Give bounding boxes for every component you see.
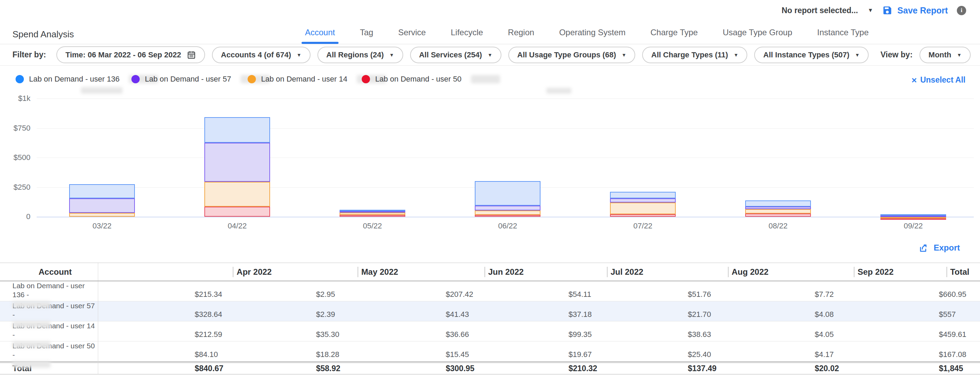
legend-label: Lab on Demand - user 57: [145, 75, 231, 84]
gridline: [37, 98, 974, 99]
tab-tag[interactable]: Tag: [359, 21, 375, 44]
bar-segment-lab-on-demand-user-50[interactable]: [340, 215, 405, 217]
bar-segment-lab-on-demand-user-136[interactable]: [610, 192, 676, 198]
filter-pill-label: All Usage Type Groups (68): [517, 51, 616, 59]
bar-segment-lab-on-demand-user-136[interactable]: [745, 200, 811, 207]
filter-pill-time-06-mar-2022-06-sep-2022[interactable]: Time: 06 Mar 2022 - 06 Sep 2022: [56, 46, 205, 63]
chevron-down-icon: ▼: [488, 52, 492, 57]
bar-segment-lab-on-demand-user-136[interactable]: [475, 181, 541, 206]
calendar-icon: [187, 50, 196, 59]
bar-segment-lab-on-demand-user-50[interactable]: [610, 214, 676, 217]
column-header-apr-2022[interactable]: Apr 2022: [192, 263, 313, 281]
x-axis-tick: 08/22: [754, 222, 802, 230]
column-header-may-2022[interactable]: May 2022: [313, 263, 442, 281]
unselect-all-label: Unselect All: [920, 75, 966, 85]
save-report-button[interactable]: Save Report: [882, 5, 948, 16]
filter-pill-accounts-4-of-674[interactable]: Accounts 4 (of 674)▼: [212, 47, 310, 63]
table-row-lab-on-demand-user-14: Lab on Demand - user 14 -$212.59$35.30$3…: [0, 321, 980, 341]
column-header-jun-2022[interactable]: Jun 2022: [442, 263, 565, 281]
tab-lifecycle[interactable]: Lifecycle: [449, 21, 484, 44]
legend-dot: [362, 75, 370, 83]
filter-pill-all-services-254[interactable]: All Services (254)▼: [410, 47, 501, 63]
chevron-down-icon: ▼: [855, 52, 860, 57]
bar-segment-lab-on-demand-user-57[interactable]: [745, 207, 811, 209]
x-axis-tick: 09/22: [889, 222, 937, 230]
tab-account[interactable]: Account: [304, 21, 336, 44]
column-header-jul-2022[interactable]: Jul 2022: [565, 263, 685, 281]
filter-pills: Time: 06 Mar 2022 - 06 Sep 2022Accounts …: [56, 46, 869, 63]
bar-segment-lab-on-demand-user-57[interactable]: [204, 143, 270, 181]
bar-segment-lab-on-demand-user-50[interactable]: [880, 218, 946, 220]
page-title: Spend Analysis: [13, 29, 74, 40]
column-header-sep-2022[interactable]: Sep 2022: [811, 263, 936, 281]
redacted-text: [13, 321, 51, 328]
column-header-aug-2022[interactable]: Aug 2022: [685, 263, 811, 281]
bar-segment-lab-on-demand-user-14[interactable]: [745, 209, 811, 214]
column-header-blank: [98, 263, 192, 281]
bar-08-22[interactable]: [745, 200, 811, 217]
tab-operating-system[interactable]: Operating System: [558, 21, 627, 44]
bar-09-22[interactable]: [880, 214, 946, 217]
redacted-text: [546, 88, 571, 94]
close-icon: ×: [912, 76, 917, 85]
bar-segment-lab-on-demand-user-57[interactable]: [475, 206, 541, 211]
filter-pill-all-regions-24[interactable]: All Regions (24)▼: [317, 47, 403, 63]
x-axis-tick: 03/22: [78, 222, 126, 230]
column-header-label: Apr 2022: [237, 267, 272, 277]
info-icon[interactable]: i: [957, 6, 966, 15]
total-value-cell: $20.02: [811, 363, 936, 374]
export-button[interactable]: Export: [919, 243, 960, 253]
filter-by-label: Filter by:: [13, 50, 46, 59]
save-report-label: Save Report: [897, 6, 948, 16]
tab-usage-type-group[interactable]: Usage Type Group: [721, 21, 794, 44]
gridline: [37, 217, 974, 217]
bar-segment-lab-on-demand-user-57[interactable]: [610, 198, 676, 203]
bar-03-22[interactable]: [69, 184, 135, 217]
column-header-label: Jul 2022: [611, 267, 644, 277]
bar-04-22[interactable]: [204, 117, 270, 217]
bar-segment-lab-on-demand-user-136[interactable]: [204, 117, 270, 143]
bar-segment-lab-on-demand-user-14[interactable]: [340, 213, 405, 215]
filter-bar: Filter by: Time: 06 Mar 2022 - 06 Sep 20…: [0, 44, 980, 66]
bar-07-22[interactable]: [610, 192, 676, 217]
x-axis-tick: 07/22: [619, 222, 667, 230]
column-header-total[interactable]: Total: [936, 263, 980, 281]
bar-segment-lab-on-demand-user-57[interactable]: [69, 198, 135, 213]
spend-table: AccountApr 2022May 2022Jun 2022Jul 2022A…: [0, 263, 980, 374]
header-divider: [484, 267, 485, 277]
bar-segment-lab-on-demand-user-50[interactable]: [204, 207, 270, 217]
filter-pill-all-instance-types-507[interactable]: All Instance Types (507)▼: [754, 47, 869, 63]
bar-segment-lab-on-demand-user-50[interactable]: [475, 215, 541, 217]
view-by-label: View by:: [880, 50, 913, 59]
tab-charge-type[interactable]: Charge Type: [649, 21, 699, 44]
filter-pill-label: All Charge Types (11): [651, 51, 728, 59]
legend-item-lab-on-demand-user-50[interactable]: Lab on Demand - user 50: [362, 75, 500, 84]
unselect-all-button[interactable]: × Unselect All: [912, 75, 966, 85]
tab-region[interactable]: Region: [507, 21, 536, 44]
tab-instance-type[interactable]: Instance Type: [816, 21, 870, 44]
bar-06-22[interactable]: [475, 181, 541, 217]
bar-segment-lab-on-demand-user-14[interactable]: [204, 182, 270, 207]
bar-segment-lab-on-demand-user-50[interactable]: [745, 214, 811, 217]
bar-segment-lab-on-demand-user-136[interactable]: [69, 184, 135, 199]
bar-segment-lab-on-demand-user-14[interactable]: [475, 211, 541, 215]
chevron-down-icon: ▼: [297, 52, 302, 57]
blank-cell: [98, 363, 192, 374]
filter-pill-all-usage-type-groups-68[interactable]: All Usage Type Groups (68)▼: [508, 47, 636, 63]
bar-05-22[interactable]: [340, 210, 405, 217]
chevron-down-icon: ▼: [957, 52, 962, 57]
report-selector-dropdown[interactable]: No report selected... ▼: [781, 6, 873, 15]
legend-label: Lab on Demand - user 14: [261, 75, 348, 84]
view-by-dropdown[interactable]: Month ▼: [920, 47, 970, 63]
filter-pill-all-charge-types-11[interactable]: All Charge Types (11)▼: [642, 47, 747, 63]
account-name: Lab on Demand - user 136 -: [13, 281, 98, 300]
report-selector-value: No report selected...: [781, 6, 858, 15]
column-header-account[interactable]: Account: [0, 263, 98, 281]
column-header-label: Account: [39, 267, 72, 277]
column-header-label: Aug 2022: [732, 267, 769, 277]
bar-segment-lab-on-demand-user-14[interactable]: [69, 213, 135, 217]
table-row-lab-on-demand-user-50: Lab on Demand - user 50 -$84.10$18.28$15…: [0, 341, 980, 362]
header-divider: [607, 267, 608, 277]
tab-service[interactable]: Service: [397, 21, 427, 44]
bar-segment-lab-on-demand-user-14[interactable]: [610, 203, 676, 214]
